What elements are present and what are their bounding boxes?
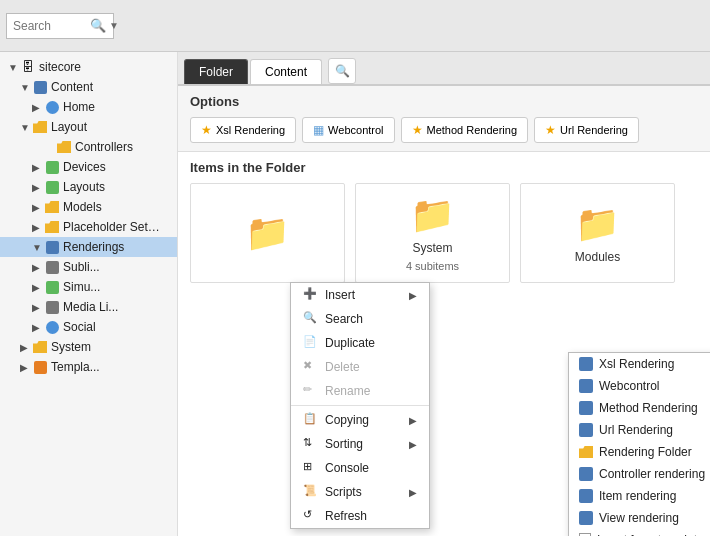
sidebar-item-renderings[interactable]: ▼ Renderings bbox=[0, 237, 177, 257]
sub-webcontrol[interactable]: Webcontrol bbox=[569, 375, 710, 397]
sub-view-rendering[interactable]: View rendering bbox=[569, 507, 710, 529]
tab-folder[interactable]: Folder bbox=[184, 59, 248, 84]
home-icon bbox=[44, 99, 60, 115]
sidebar-item-label: Home bbox=[63, 100, 95, 114]
sub-insert-from-template[interactable]: Insert from template bbox=[569, 529, 710, 536]
sidebar-item-home[interactable]: ▶ Home bbox=[0, 97, 177, 117]
sorting-icon: ⇅ bbox=[303, 436, 319, 452]
item-card-label: Modules bbox=[575, 250, 620, 264]
sub-controller-rendering[interactable]: Controller rendering bbox=[569, 463, 710, 485]
ctx-copying[interactable]: 📋 Copying ▶ bbox=[291, 408, 429, 432]
sub-label: Webcontrol bbox=[599, 379, 659, 393]
ctx-refresh[interactable]: ↺ Refresh bbox=[291, 504, 429, 528]
sub-label: Url Rendering bbox=[599, 423, 673, 437]
star-icon: ★ bbox=[412, 123, 423, 137]
sidebar-item-media[interactable]: ▶ Media Li... bbox=[0, 297, 177, 317]
sidebar-item-label: Content bbox=[51, 80, 93, 94]
sub-method-rendering[interactable]: Method Rendering bbox=[569, 397, 710, 419]
ctx-delete: ✖ Delete bbox=[291, 355, 429, 379]
simu-icon bbox=[44, 279, 60, 295]
sidebar-item-system[interactable]: ▶ System bbox=[0, 337, 177, 357]
sidebar-item-label: Layouts bbox=[63, 180, 105, 194]
scripts-icon: 📜 bbox=[303, 484, 319, 500]
search-icon-btn[interactable]: 🔍 bbox=[90, 18, 106, 33]
toggle-icon: ▼ bbox=[32, 242, 44, 253]
ctx-label: Delete bbox=[325, 360, 360, 374]
toggle-icon: ▼ bbox=[20, 82, 32, 93]
ctx-label: Sorting bbox=[325, 437, 363, 451]
option-url-rendering[interactable]: ★ Url Rendering bbox=[534, 117, 639, 143]
ctx-search[interactable]: 🔍 Search bbox=[291, 307, 429, 331]
system-icon bbox=[32, 339, 48, 355]
sidebar-item-controllers[interactable]: Controllers bbox=[0, 137, 177, 157]
arrow-icon: ▶ bbox=[409, 290, 417, 301]
sidebar-item-models[interactable]: ▶ Models bbox=[0, 197, 177, 217]
ctx-insert[interactable]: ➕ Insert ▶ bbox=[291, 283, 429, 307]
toggle-icon: ▼ bbox=[8, 62, 20, 73]
sidebar-item-layout[interactable]: ▼ Layout bbox=[0, 117, 177, 137]
sitecore-icon: 🗄 bbox=[20, 59, 36, 75]
sidebar-item-social[interactable]: ▶ Social bbox=[0, 317, 177, 337]
sub-url-rendering[interactable]: Url Rendering bbox=[569, 419, 710, 441]
ctx-scripts[interactable]: 📜 Scripts ▶ bbox=[291, 480, 429, 504]
sidebar-item-subli[interactable]: ▶ Subli... bbox=[0, 257, 177, 277]
duplicate-icon: 📄 bbox=[303, 335, 319, 351]
sub-label: Xsl Rendering bbox=[599, 357, 674, 371]
sidebar-item-label: Devices bbox=[63, 160, 106, 174]
option-xsl-rendering[interactable]: ★ Xsl Rendering bbox=[190, 117, 296, 143]
sub-icon bbox=[579, 511, 593, 525]
sidebar-item-label: Layout bbox=[51, 120, 87, 134]
rename-icon: ✏ bbox=[303, 383, 319, 399]
sub-item-rendering[interactable]: Item rendering bbox=[569, 485, 710, 507]
sub-rendering-folder[interactable]: Rendering Folder bbox=[569, 441, 710, 463]
content-icon bbox=[32, 79, 48, 95]
option-label: Method Rendering bbox=[427, 124, 518, 136]
top-bar: 🔍 ▼ bbox=[0, 0, 710, 52]
sidebar-item-label: sitecore bbox=[39, 60, 81, 74]
search-input[interactable] bbox=[13, 19, 88, 33]
item-card-system[interactable]: 📁 System 4 subitems bbox=[355, 183, 510, 283]
refresh-icon: ↺ bbox=[303, 508, 319, 524]
item-card-empty[interactable]: 📁 bbox=[190, 183, 345, 283]
console-icon: ⊞ bbox=[303, 460, 319, 476]
search-icon: 🔍 bbox=[303, 311, 319, 327]
sidebar-item-label: Simu... bbox=[63, 280, 100, 294]
dropdown-arrow[interactable]: ▼ bbox=[109, 20, 119, 31]
ctx-label: Rename bbox=[325, 384, 370, 398]
sidebar-item-label: Renderings bbox=[63, 240, 124, 254]
toggle-icon: ▶ bbox=[32, 262, 44, 273]
layouts-icon bbox=[44, 179, 60, 195]
sub-label: Item rendering bbox=[599, 489, 676, 503]
tab-content[interactable]: Content bbox=[250, 59, 322, 84]
submenu: Xsl Rendering Webcontrol Method Renderin… bbox=[568, 352, 710, 536]
sidebar-item-simu[interactable]: ▶ Simu... bbox=[0, 277, 177, 297]
toggle-icon: ▶ bbox=[20, 362, 32, 373]
options-buttons: ★ Xsl Rendering ▦ Webcontrol ★ Method Re… bbox=[190, 117, 698, 143]
sub-label: Method Rendering bbox=[599, 401, 698, 415]
toggle-icon: ▶ bbox=[32, 322, 44, 333]
sidebar-item-placeholder[interactable]: ▶ Placeholder Setti... bbox=[0, 217, 177, 237]
sub-xsl-rendering[interactable]: Xsl Rendering bbox=[569, 353, 710, 375]
sidebar-item-devices[interactable]: ▶ Devices bbox=[0, 157, 177, 177]
toggle-icon: ▶ bbox=[32, 182, 44, 193]
search-box: 🔍 ▼ bbox=[6, 13, 114, 39]
template-icon bbox=[32, 359, 48, 375]
ctx-label: Copying bbox=[325, 413, 369, 427]
models-icon bbox=[44, 199, 60, 215]
sidebar-item-layouts[interactable]: ▶ Layouts bbox=[0, 177, 177, 197]
sidebar-item-content[interactable]: ▼ Content bbox=[0, 77, 177, 97]
tab-search-button[interactable]: 🔍 bbox=[328, 58, 356, 84]
sidebar-item-sitecore[interactable]: ▼ 🗄 sitecore bbox=[0, 57, 177, 77]
ctx-label: Insert bbox=[325, 288, 355, 302]
ctx-sorting[interactable]: ⇅ Sorting ▶ bbox=[291, 432, 429, 456]
option-webcontrol[interactable]: ▦ Webcontrol bbox=[302, 117, 394, 143]
ctx-duplicate[interactable]: 📄 Duplicate bbox=[291, 331, 429, 355]
controllers-icon bbox=[56, 139, 72, 155]
option-method-rendering[interactable]: ★ Method Rendering bbox=[401, 117, 529, 143]
ctx-rename: ✏ Rename bbox=[291, 379, 429, 403]
ctx-console[interactable]: ⊞ Console bbox=[291, 456, 429, 480]
arrow-icon: ▶ bbox=[409, 487, 417, 498]
item-card-modules[interactable]: 📁 Modules bbox=[520, 183, 675, 283]
sidebar-item-template[interactable]: ▶ Templa... bbox=[0, 357, 177, 377]
option-label: Url Rendering bbox=[560, 124, 628, 136]
